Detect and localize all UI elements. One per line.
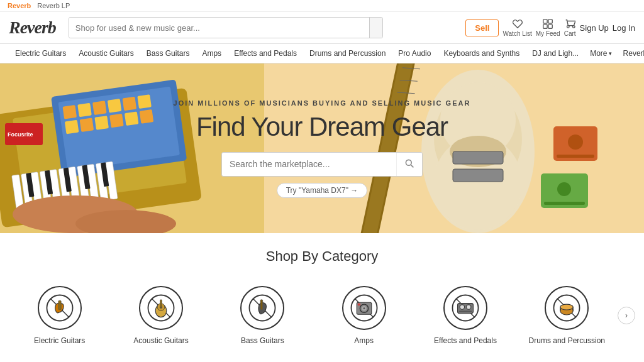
- svg-point-81: [363, 307, 365, 309]
- svg-point-87: [466, 305, 470, 309]
- svg-rect-4: [543, 25, 547, 28]
- svg-rect-5: [548, 25, 552, 28]
- bass-guitars-icon: [240, 286, 284, 330]
- electric-guitars-label: Electric Guitars: [34, 336, 85, 345]
- nav-effects-pedals[interactable]: Effects and Pedals: [228, 44, 303, 63]
- nav-drums-percussion[interactable]: Drums and Percussion: [303, 44, 392, 63]
- main-nav: Electric Guitars Acoustic Guitars Bass G…: [0, 44, 644, 63]
- hero-search-button[interactable]: [396, 153, 422, 176]
- watchlist-button[interactable]: Watch List: [502, 18, 531, 37]
- svg-rect-75: [260, 300, 263, 310]
- top-bar: Reverb Reverb LP: [0, 0, 644, 12]
- myfeed-label: My Feed: [536, 30, 560, 37]
- svg-point-92: [560, 304, 574, 310]
- effects-pedals-icon: [443, 286, 487, 330]
- acoustic-guitars-icon: [139, 286, 183, 330]
- amps-label: Amps: [354, 336, 374, 345]
- amps-icon: [342, 286, 386, 330]
- categories-next-button[interactable]: ›: [618, 307, 635, 324]
- acoustic-guitars-label: Acoustic Guitars: [133, 336, 188, 345]
- hero-search-bar: [221, 152, 423, 177]
- sell-button[interactable]: Sell: [465, 19, 499, 36]
- bass-guitars-label: Bass Guitars: [241, 336, 284, 345]
- shop-section: Shop By Category Electric Guitars Acoust…: [0, 233, 644, 362]
- nav-dj-lighting[interactable]: DJ and Ligh...: [526, 44, 585, 63]
- category-drums-percussion[interactable]: Drums and Percussion: [516, 277, 618, 354]
- category-electric-guitars[interactable]: Electric Guitars: [9, 277, 110, 354]
- hero-try-button[interactable]: Try "Yamaha DX7" →: [277, 183, 368, 198]
- svg-rect-3: [548, 19, 552, 23]
- svg-rect-82: [357, 304, 360, 306]
- electric-guitars-icon: [38, 286, 82, 330]
- nav-keyboards-synths[interactable]: Keyboards and Synths: [437, 44, 526, 63]
- watchlist-label: Watch List: [502, 30, 531, 37]
- category-acoustic-guitars[interactable]: Acoustic Guitars: [110, 277, 211, 354]
- categories-container: Electric Guitars Acoustic Guitars Bass G…: [9, 277, 635, 354]
- category-amps[interactable]: Amps: [313, 277, 414, 354]
- shop-title: Shop By Category: [9, 248, 635, 265]
- nav-more-button[interactable]: More ▾: [585, 44, 616, 63]
- hero-search-input[interactable]: [222, 153, 396, 175]
- main-search-button[interactable]: [369, 18, 382, 38]
- svg-rect-72: [160, 300, 162, 308]
- hero-content: JOIN MILLIONS OF MUSICIANS BUYING AND SE…: [0, 63, 644, 233]
- signup-button[interactable]: Sign Up: [580, 23, 609, 33]
- svg-rect-66: [58, 300, 60, 310]
- more-dropdown-arrow: ▾: [609, 50, 612, 57]
- svg-point-86: [460, 305, 464, 309]
- svg-point-62: [406, 160, 411, 165]
- nav-bass-guitars[interactable]: Bass Guitars: [140, 44, 196, 63]
- hero-title: Find Your Dream Gear: [196, 112, 448, 142]
- cart-label: Cart: [564, 30, 576, 37]
- effects-pedals-label: Effects and Pedals: [434, 336, 497, 345]
- drums-percussion-icon: [545, 286, 589, 330]
- nav-acoustic-guitars[interactable]: Acoustic Guitars: [72, 44, 140, 63]
- nav-reverb-news[interactable]: Reverb News: [617, 44, 644, 63]
- logo[interactable]: Reverb: [9, 18, 56, 38]
- svg-rect-88: [459, 310, 472, 312]
- svg-rect-2: [543, 19, 547, 23]
- myfeed-button[interactable]: My Feed: [536, 18, 560, 37]
- svg-line-63: [411, 165, 413, 167]
- topbar-reverbLP-link[interactable]: Reverb LP: [37, 2, 70, 9]
- header: Reverb Sell Watch List My Feed Cart Sign…: [0, 12, 644, 44]
- drums-percussion-label: Drums and Percussion: [529, 336, 605, 345]
- main-search-input[interactable]: [69, 18, 369, 38]
- category-bass-guitars[interactable]: Bass Guitars: [212, 277, 313, 354]
- main-search-bar: [69, 17, 383, 38]
- login-button[interactable]: Log In: [613, 23, 635, 33]
- nav-electric-guitars[interactable]: Electric Guitars: [9, 44, 72, 63]
- topbar-reverb-link[interactable]: Reverb: [8, 2, 31, 9]
- hero-subtitle: JOIN MILLIONS OF MUSICIANS BUYING AND SE…: [174, 99, 471, 107]
- cart-button[interactable]: Cart: [564, 18, 576, 37]
- nav-amps[interactable]: Amps: [196, 44, 228, 63]
- hero-section: Focusrite JOIN MILLIONS OF MUSICIANS BUY…: [0, 63, 644, 233]
- category-effects-pedals[interactable]: Effects and Pedals: [414, 277, 516, 354]
- header-actions: Sell Watch List My Feed Cart Sign Up Log…: [465, 18, 635, 37]
- nav-pro-audio[interactable]: Pro Audio: [392, 44, 437, 63]
